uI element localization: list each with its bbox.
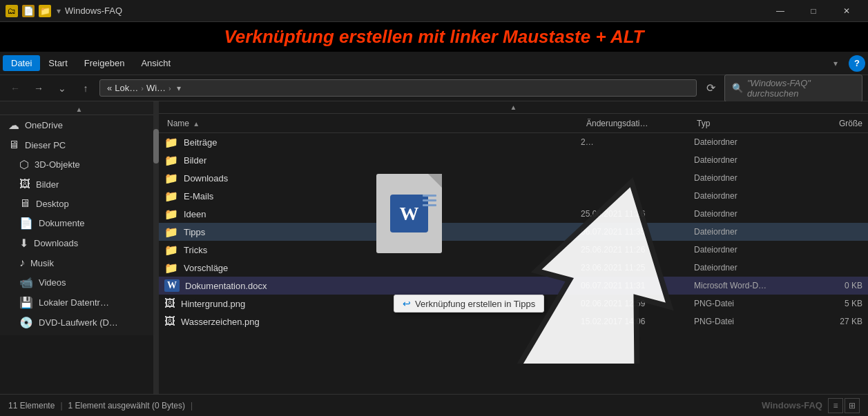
sidebar-label-lokaler-daten: Lokaler Datentr… — [39, 297, 150, 308]
path-sep-1: › — [141, 84, 144, 92]
forward-button[interactable]: → — [29, 79, 48, 98]
headline-banner: Verknüpfung erstellen mit linker Maustas… — [0, 22, 868, 52]
sidebar-label-dvd-laufwerk: DVD-Laufwerk (D… — [39, 317, 150, 328]
file-date-vorschlaege: 23.06.2021 11:25 — [581, 263, 691, 273]
help-button[interactable]: ? — [849, 55, 865, 72]
sidebar-label-downloads: Downloads — [34, 238, 150, 248]
menu-item-freigeben[interactable]: Freigeben — [76, 55, 133, 71]
file-date-hintergrund: 02.06.2021 12:59 — [581, 299, 691, 308]
menu-bar: Datei Start Freigeben Ansicht ▾ ? — [0, 52, 868, 75]
file-type-ideen: Dateiordner — [694, 209, 804, 219]
file-row-ideen[interactable]: 📁 Ideen 25.06.2021 11:26 Dateiordner — [159, 205, 868, 223]
folder-icon-ideen: 📁 — [164, 208, 178, 221]
menu-item-start[interactable]: Start — [40, 55, 75, 71]
sidebar-item-onedrive[interactable]: ☁ OneDrive — [0, 115, 158, 135]
sidebar-label-bilder: Bilder — [36, 179, 150, 190]
tb-icon-1: 🗂 — [6, 5, 18, 17]
sidebar-item-dokumente[interactable]: 📄 Dokumente — [0, 213, 158, 233]
file-name-emails: E-Mails — [184, 191, 578, 201]
sidebar-item-lokaler-daten[interactable]: 💾 Lokaler Datentr… — [0, 293, 158, 313]
address-path[interactable]: « Lok… › Wi… › ▾ — [99, 79, 697, 97]
file-type-vorschlaege: Dateiordner — [694, 263, 804, 273]
status-logo: Windows-FAQ — [762, 400, 822, 410]
menu-chevron[interactable]: ▾ — [828, 56, 843, 71]
sidebar-label-musik: Musik — [30, 258, 150, 268]
menu-item-ansicht[interactable]: Ansicht — [133, 55, 179, 71]
sidebar-item-dvd-laufwerk[interactable]: 💿 DVD-Laufwerk (D… — [0, 313, 158, 333]
sidebar-label-onedrive: OneDrive — [25, 120, 150, 130]
sidebar-item-desktop[interactable]: 🖥 Desktop — [0, 194, 158, 213]
file-type-tricks: Dateiordner — [694, 245, 804, 255]
col-header-date[interactable]: Änderungsdati… — [586, 119, 697, 128]
sidebar-item-dieser-pc[interactable]: 🖥 Dieser PC — [0, 135, 158, 155]
refresh-button[interactable]: ⟳ — [701, 79, 720, 98]
title-bar-dropdown-arrow[interactable]: ▾ — [57, 6, 61, 16]
file-row-vorschlaege[interactable]: 📁 Vorschläge 23.06.2021 11:25 Dateiordne… — [159, 259, 868, 277]
file-name-downloads: Downloads — [184, 173, 578, 184]
file-row-tricks[interactable]: 📁 Tricks 25.06.2021 11:26 Dateiordner — [159, 241, 868, 259]
file-date-tricks: 25.06.2021 11:26 — [581, 245, 691, 255]
sidebar-scroll-up[interactable]: ▲ — [0, 104, 158, 115]
column-headers: Name ▲ Änderungsdati… Typ Größe — [159, 114, 868, 133]
status-bar: 11 Elemente | 1 Element ausgewählt (0 By… — [0, 394, 868, 416]
sidebar-wrapper: ▲ ☁ OneDrive 🖥 Dieser PC ⬡ 3D-Objekte 🖼 … — [0, 101, 159, 413]
main-layout: ▲ ☁ OneDrive 🖥 Dieser PC ⬡ 3D-Objekte 🖼 … — [0, 101, 868, 413]
file-type-downloads: Dateiordner — [694, 173, 804, 183]
sidebar-item-downloads[interactable]: ⬇ Downloads — [0, 233, 158, 253]
folder-icon-downloads: 📁 — [164, 172, 178, 185]
menu-item-datei[interactable]: Datei — [3, 55, 40, 71]
close-button[interactable]: ✕ — [831, 0, 862, 22]
maximize-button[interactable]: □ — [798, 0, 829, 22]
file-row-downloads[interactable]: 📁 Downloads Dateiordner — [159, 169, 868, 187]
file-date-wasserzeichen: 15.02.2017 14:06 — [581, 317, 691, 326]
folder-icon-tipps: 📁 — [164, 226, 178, 239]
address-bar: ← → ⌄ ↑ « Lok… › Wi… › ▾ ⟳ 🔍 "Windows-FA… — [0, 75, 868, 101]
tooltip-text: Verknüpfung erstellen in Tipps — [415, 299, 535, 309]
file-date-beitraege: 2… — [581, 137, 691, 147]
col-header-name[interactable]: Name ▲ — [164, 119, 586, 128]
view-btn-grid[interactable]: ⊞ — [845, 398, 860, 413]
col-header-size[interactable]: Größe — [807, 119, 862, 128]
file-row-tipps[interactable]: 📁 Tipps 06.07.2021 11:35 Dateiordner — [159, 223, 868, 241]
search-box[interactable]: 🔍 "Windows-FAQ" durchsuchen — [724, 75, 862, 102]
lokaler-daten-icon: 💾 — [19, 296, 33, 309]
file-row-beitraege[interactable]: 📁 Beiträge 2… Dateiordner — [159, 133, 868, 151]
title-bar-controls: — □ ✕ — [764, 0, 862, 22]
back-button[interactable]: ← — [6, 79, 25, 98]
sidebar-item-bilder[interactable]: 🖼 Bilder — [0, 175, 158, 194]
sidebar-label-3d-objekte: 3D-Objekte — [35, 159, 150, 170]
dokumente-icon: 📄 — [19, 217, 33, 230]
folder-icon-beitraege: 📁 — [164, 136, 178, 149]
title-bar: 🗂 📄 📁 ▾ Windows-FAQ — □ ✕ — [0, 0, 868, 22]
status-sep-2: | — [191, 401, 193, 410]
file-row-emails[interactable]: 📁 E-Mails Dateiordner — [159, 187, 868, 205]
minimize-button[interactable]: — — [764, 0, 796, 22]
file-name-wasserzeichen: Wasserzeichen.png — [181, 317, 578, 327]
3d-objekte-icon: ⬡ — [19, 158, 29, 171]
bilder-icon: 🖼 — [19, 178, 30, 190]
sidebar-item-musik[interactable]: ♪ Musik — [0, 253, 158, 273]
up-button[interactable]: ↑ — [76, 79, 95, 98]
file-list-scroll-up[interactable]: ▲ — [159, 101, 868, 114]
file-row-dokumentation[interactable]: W Dokumentation.docx 06.07.2021 11:31 Mi… — [159, 277, 868, 295]
file-name-vorschlaege: Vorschläge — [184, 263, 578, 273]
file-name-bilder: Bilder — [184, 155, 578, 166]
file-row-bilder[interactable]: 📁 Bilder Dateiordner — [159, 151, 868, 169]
file-type-dokumentation: Microsoft Word-D… — [694, 281, 804, 290]
path-lok: Lok… — [115, 83, 138, 93]
sidebar-item-3d-objekte[interactable]: ⬡ 3D-Objekte — [0, 155, 158, 175]
recent-button[interactable]: ⌄ — [52, 79, 72, 98]
col-header-type[interactable]: Typ — [697, 119, 807, 128]
file-row-wasserzeichen[interactable]: 🖼 Wasserzeichen.png 15.02.2017 14:06 PNG… — [159, 313, 868, 330]
view-btn-list[interactable]: ≡ — [828, 398, 843, 413]
file-type-wasserzeichen: PNG-Datei — [694, 317, 804, 326]
dieser-pc-icon: 🖥 — [8, 139, 19, 151]
file-name-tipps: Tipps — [184, 227, 578, 237]
sidebar-item-videos[interactable]: 📹 Videos — [0, 273, 158, 293]
status-count: 11 Elemente — [8, 401, 55, 410]
file-size-hintergrund: 5 KB — [807, 299, 862, 308]
sidebar-scrollbar[interactable] — [153, 101, 159, 413]
folder-icon-emails: 📁 — [164, 190, 178, 203]
path-dropdown[interactable]: ▾ — [177, 83, 181, 93]
file-type-tipps: Dateiordner — [694, 227, 804, 237]
